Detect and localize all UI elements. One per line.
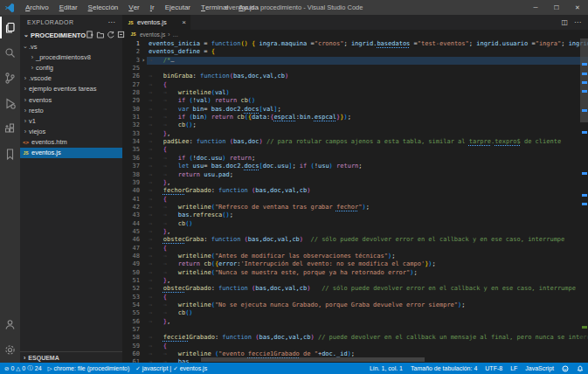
search-icon[interactable] <box>0 40 20 66</box>
code-line-48[interactable]: 48→ → writeline("Antes de modificar las … <box>122 253 588 260</box>
explorer-more-actions-icon[interactable]: ⋯ <box>108 18 116 26</box>
code-editor[interactable]: 1eventos_inicia = function() { ingra.maq… <box>122 38 588 363</box>
line-number: 27 <box>122 81 140 89</box>
code-line-text: → → cb() <box>147 309 193 317</box>
menu-item-ir[interactable]: Ir <box>145 0 160 15</box>
status-bar: ⊘ 0 △ 0 ⓘ 24 ▷ chrome: file (procedimien… <box>0 363 588 374</box>
bookmarks-icon[interactable] <box>0 142 20 167</box>
code-line-56[interactable]: 56→ }, <box>122 318 588 326</box>
code-line-52[interactable]: 52→ obstecGrabado: function (bas,doc,val… <box>122 285 588 293</box>
code-line-1[interactable]: 1eventos_inicia = function() { ingra.maq… <box>122 40 588 48</box>
tree-item-config[interactable]: ›config <box>20 62 122 73</box>
refresh-icon[interactable] <box>107 31 114 40</box>
code-line-54[interactable]: 54→ → writeline("No se ejecuta nunca Gra… <box>122 301 588 309</box>
code-line-3[interactable]: 3›→ /*… <box>122 57 588 65</box>
problems-indicator[interactable]: ⊘ 0 △ 0 ⓘ 24 <box>4 364 42 372</box>
code-line-28[interactable]: 28→ → writeline(val) <box>122 89 588 97</box>
code-line-25[interactable]: 25 <box>122 65 588 73</box>
new-folder-icon[interactable] <box>96 31 104 40</box>
code-line-34[interactable]: 34→ pad$Lee: function (bas,doc) // para … <box>122 138 588 146</box>
new-file-icon[interactable] <box>86 31 93 40</box>
breadcrumb[interactable]: JS eventos.js › … <box>122 30 588 38</box>
tree-item-v1[interactable]: ›v1 <box>20 115 122 126</box>
code-line-40[interactable]: 40→ fechorGrabado: function (bas,doc,val… <box>122 187 588 195</box>
menu-item-ejecutar[interactable]: Ejecutar <box>160 0 196 15</box>
tree-item-ejemplo-eventos-tareas[interactable]: ›ejemplo eventos tareas <box>20 84 122 94</box>
collapse-all-icon[interactable] <box>117 31 125 40</box>
menu-item-ver[interactable]: Ver <box>123 0 144 15</box>
overview-ruler-mark <box>582 203 587 205</box>
menu-item-selección[interactable]: Selección <box>83 0 124 15</box>
task-status[interactable]: ✓ javascript | ✓ eventos.js <box>135 365 207 372</box>
split-editor-icon[interactable]: ◫ <box>561 18 568 26</box>
extensions-icon[interactable] <box>0 116 20 142</box>
tree-item-eventos[interactable]: ›eventos <box>20 94 122 105</box>
code-line-43[interactable]: 43→ → bas.refresca(); <box>122 211 588 219</box>
code-line-42[interactable]: 42→ → writeline("Refresco de ventana tra… <box>122 204 588 211</box>
tree-item--vs[interactable]: ⌄.vs <box>20 41 122 52</box>
code-line-47[interactable]: 47→ { <box>122 245 588 253</box>
tab-close-icon[interactable]: × <box>182 18 186 26</box>
debug-target[interactable]: ▷ chrome: file (procedimiento) <box>48 365 130 372</box>
warning-icon: △ <box>16 365 20 372</box>
code-line-45[interactable]: 45→ }, <box>122 228 588 236</box>
code-line-44[interactable]: 44→ → cb() <box>122 220 588 228</box>
code-line-39[interactable]: 39→ }, <box>122 179 588 187</box>
close-button[interactable]: ✕ <box>567 0 588 15</box>
tab-eventos-js[interactable]: JS eventos.js × <box>122 15 190 30</box>
code-line-38[interactable]: 38→ → return usu.pad; <box>122 171 588 179</box>
minimize-button[interactable]: ─ <box>525 0 546 15</box>
code-line-37[interactable]: 37→ → let usu= bas.doc2.docs[doc.usu]; i… <box>122 163 588 170</box>
code-line-33[interactable]: 33→ }, <box>122 130 588 138</box>
menu-item-editar[interactable]: Editar <box>54 0 83 15</box>
run-debug-icon[interactable] <box>0 91 20 116</box>
tree-item-eventos-js[interactable]: JSeventos.js <box>20 148 122 158</box>
tree-item-viejos[interactable]: ›viejos <box>20 127 122 137</box>
code-line-53[interactable]: 53→ { <box>122 294 588 301</box>
code-line-29[interactable]: 29→ → if (!val) return cb() <box>122 97 588 105</box>
code-line-31[interactable]: 31→ → if (bin) return cb({data:{espcal:b… <box>122 114 588 121</box>
line-number: 39 <box>122 179 140 187</box>
code-line-55[interactable]: 55→ → cb() <box>122 309 588 317</box>
language-mode[interactable]: JavaScript <box>525 365 554 371</box>
feedback-icon[interactable] <box>562 365 569 372</box>
editor-more-actions-icon[interactable]: ⋯ <box>574 18 581 26</box>
cursor-position[interactable]: Lín. 1, col. 1 <box>370 365 403 371</box>
tree-item-resto[interactable]: ›resto <box>20 105 122 115</box>
eol-setting[interactable]: LF <box>510 365 517 371</box>
editor-scrollbar[interactable] <box>580 38 588 363</box>
tree-item--procedimientosv8[interactable]: ›_procedimientosv8 <box>20 52 122 62</box>
horizontal-scrollbar-thumb[interactable] <box>201 357 425 362</box>
indentation-setting[interactable]: Tamaño de tabulación: 4 <box>411 365 477 371</box>
tree-item-eventos-htm[interactable]: <>eventos.htm <box>20 137 122 148</box>
code-line-32[interactable]: 32→ → cb(); <box>122 121 588 129</box>
source-control-icon[interactable] <box>0 66 20 91</box>
explorer-icon[interactable] <box>0 15 20 40</box>
code-line-text: → → return cb({error:'Interrupción del e… <box>147 260 436 268</box>
code-line-2[interactable]: 2eventos_define = { <box>122 48 588 56</box>
code-line-26[interactable]: 26→ binGraba: function(bas,doc,val,cb) <box>122 73 588 80</box>
code-line-46[interactable]: 46→ obstecGraba: function (bas,doc,val,c… <box>122 236 588 244</box>
code-line-51[interactable]: 51→ }, <box>122 277 588 285</box>
menu-item-archivo[interactable]: Archivo <box>20 0 54 15</box>
accounts-icon[interactable] <box>0 312 20 337</box>
code-line-text: → }, <box>147 179 170 187</box>
code-line-58[interactable]: 58→ feccie1Grabado: function (bas,doc,va… <box>122 334 588 342</box>
code-line-30[interactable]: 30→ → var bin= bas.doc2.docs[val]; <box>122 106 588 114</box>
code-line-57[interactable]: 57 <box>122 326 588 334</box>
notifications-bell-icon[interactable] <box>577 365 584 372</box>
code-line-49[interactable]: 49→ → return cb({error:'Interrupción del… <box>122 260 588 268</box>
code-line-50[interactable]: 50→ → writeline("Nunca se muestra este, … <box>122 269 588 277</box>
code-line-41[interactable]: 41→ { <box>122 196 588 204</box>
explorer-sidebar: EXPLORADOR ⋯ ⌄ PROCEDIMIENTO ⌄.vs›_proce… <box>20 15 122 363</box>
code-line-27[interactable]: 27→ { <box>122 81 588 89</box>
maximize-button[interactable]: ☐ <box>546 0 567 15</box>
folder-section-header[interactable]: ⌄ PROCEDIMIENTO <box>20 29 122 41</box>
code-line-59[interactable]: 59→ { <box>122 343 588 350</box>
outline-section[interactable]: › ESQUEMA <box>20 351 122 363</box>
code-line-35[interactable]: 35→ { <box>122 146 588 154</box>
encoding-setting[interactable]: UTF-8 <box>485 365 502 371</box>
code-line-36[interactable]: 36→ → if (!doc.usu) return; <box>122 155 588 163</box>
tree-item--vscode[interactable]: ›.vscode <box>20 73 122 84</box>
settings-gear-icon[interactable] <box>0 337 20 363</box>
